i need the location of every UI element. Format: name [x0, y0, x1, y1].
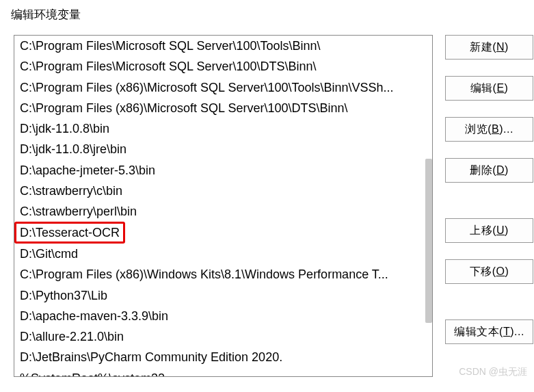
list-item[interactable]: C:\Program Files\Microsoft SQL Server\10… [14, 56, 425, 77]
list-item[interactable]: D:\allure-2.21.0\bin [14, 326, 425, 347]
list-item[interactable]: C:\Program Files (x86)\Microsoft SQL Ser… [14, 77, 425, 98]
list-item[interactable]: C:\Program Files (x86)\Microsoft SQL Ser… [14, 98, 425, 118]
list-item[interactable]: D:\jdk-11.0.8\bin [14, 118, 425, 139]
path-list[interactable]: C:\Program Files\Microsoft SQL Server\10… [14, 35, 433, 377]
move-down-button-label: 下移(O) [470, 265, 509, 277]
list-item[interactable]: D:\JetBrains\PyCharm Community Edition 2… [14, 347, 425, 367]
new-button[interactable]: 新建(N) [445, 35, 533, 60]
edit-button-label: 编辑(E) [470, 82, 509, 94]
browse-button-label: 浏览(B)... [465, 123, 513, 135]
delete-button[interactable]: 删除(D) [445, 158, 533, 183]
list-item[interactable]: D:\Tesseract-OCR [14, 222, 125, 244]
list-item[interactable]: D:\jdk-11.0.8\jre\bin [14, 139, 425, 159]
list-item[interactable]: C:\Program Files\Microsoft SQL Server\10… [14, 36, 425, 56]
move-up-button[interactable]: 上移(U) [445, 218, 533, 243]
dialog-title: 编辑环境变量 [0, 0, 534, 35]
delete-button-label: 删除(D) [470, 164, 509, 176]
content-area: C:\Program Files\Microsoft SQL Server\10… [0, 35, 534, 377]
list-item[interactable]: D:\apache-jmeter-5.3\bin [14, 160, 425, 181]
list-item[interactable]: D:\Python37\Lib [14, 285, 425, 306]
list-item[interactable]: D:\apache-maven-3.3.9\bin [14, 306, 425, 326]
list-item[interactable]: D:\Git\cmd [14, 244, 425, 264]
scrollbar[interactable] [425, 159, 432, 323]
list-item[interactable]: %SystemRoot%\system32 [14, 368, 425, 376]
list-item[interactable]: C:\strawberry\c\bin [14, 181, 425, 201]
new-button-label: 新建(N) [470, 41, 509, 53]
edit-button[interactable]: 编辑(E) [445, 76, 533, 101]
move-down-button[interactable]: 下移(O) [445, 259, 533, 284]
list-item[interactable]: C:\Program Files (x86)\Windows Kits\8.1\… [14, 264, 425, 285]
edit-text-button[interactable]: 编辑文本(T)... [445, 319, 533, 344]
edit-text-button-label: 编辑文本(T)... [454, 326, 524, 337]
move-up-button-label: 上移(U) [470, 224, 509, 236]
browse-button[interactable]: 浏览(B)... [445, 117, 533, 142]
buttons-column: 新建(N) 编辑(E) 浏览(B)... 删除(D) 上移(U) 下移(O) 编… [445, 35, 533, 377]
list-item[interactable]: C:\strawberry\perl\bin [14, 201, 425, 222]
